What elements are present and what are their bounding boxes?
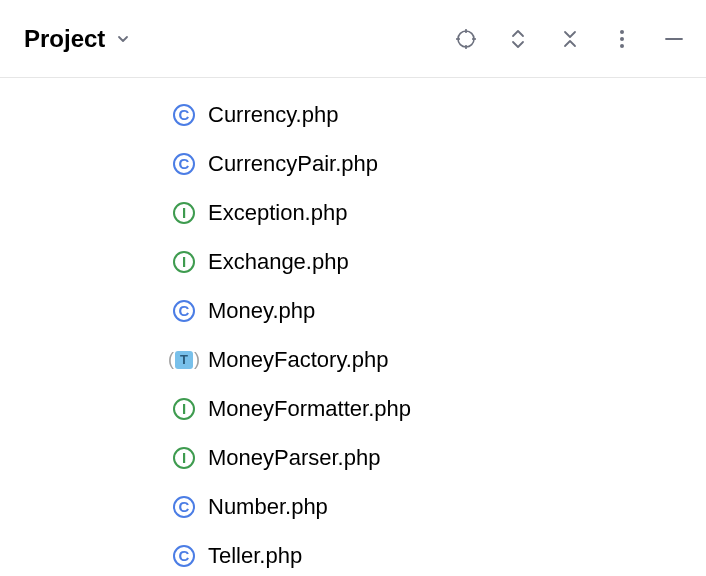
tree-item[interactable]: CNumber.php [0, 482, 706, 531]
class-icon: C [172, 152, 196, 176]
panel-title: Project [24, 25, 105, 53]
tool-window-header: Project [0, 0, 706, 78]
tree-item[interactable]: CMoney.php [0, 286, 706, 335]
tree-item[interactable]: (T)MoneyFactory.php [0, 335, 706, 384]
tree-item[interactable]: IExchange.php [0, 237, 706, 286]
expand-all-icon[interactable] [506, 27, 530, 51]
project-selector[interactable]: Project [24, 25, 131, 53]
toolbar-actions [454, 27, 686, 51]
svg-point-6 [620, 37, 624, 41]
trait-icon: (T) [172, 348, 196, 372]
tree-item[interactable]: IMoneyParser.php [0, 433, 706, 482]
svg-point-7 [620, 44, 624, 48]
tree-item[interactable]: CCurrencyPair.php [0, 139, 706, 188]
file-tree: CCurrency.phpCCurrencyPair.phpIException… [0, 78, 706, 576]
interface-icon: I [172, 250, 196, 274]
class-icon: C [172, 495, 196, 519]
file-name: Currency.php [208, 102, 338, 128]
file-name: Number.php [208, 494, 328, 520]
tree-item[interactable]: IMoneyFormatter.php [0, 384, 706, 433]
file-name: Exception.php [208, 200, 347, 226]
tree-item[interactable]: CCurrency.php [0, 90, 706, 139]
collapse-all-icon[interactable] [558, 27, 582, 51]
tree-item[interactable]: CTeller.php [0, 531, 706, 576]
locate-target-icon[interactable] [454, 27, 478, 51]
class-icon: C [172, 103, 196, 127]
file-name: Money.php [208, 298, 315, 324]
interface-icon: I [172, 397, 196, 421]
tree-item[interactable]: IException.php [0, 188, 706, 237]
file-name: Teller.php [208, 543, 302, 569]
chevron-down-icon [115, 31, 131, 47]
class-icon: C [172, 544, 196, 568]
file-name: MoneyFormatter.php [208, 396, 411, 422]
svg-point-0 [458, 31, 474, 47]
interface-icon: I [172, 446, 196, 470]
file-name: MoneyParser.php [208, 445, 380, 471]
file-name: CurrencyPair.php [208, 151, 378, 177]
interface-icon: I [172, 201, 196, 225]
svg-point-5 [620, 30, 624, 34]
more-options-icon[interactable] [610, 27, 634, 51]
class-icon: C [172, 299, 196, 323]
file-name: Exchange.php [208, 249, 349, 275]
file-name: MoneyFactory.php [208, 347, 389, 373]
minimize-icon[interactable] [662, 27, 686, 51]
